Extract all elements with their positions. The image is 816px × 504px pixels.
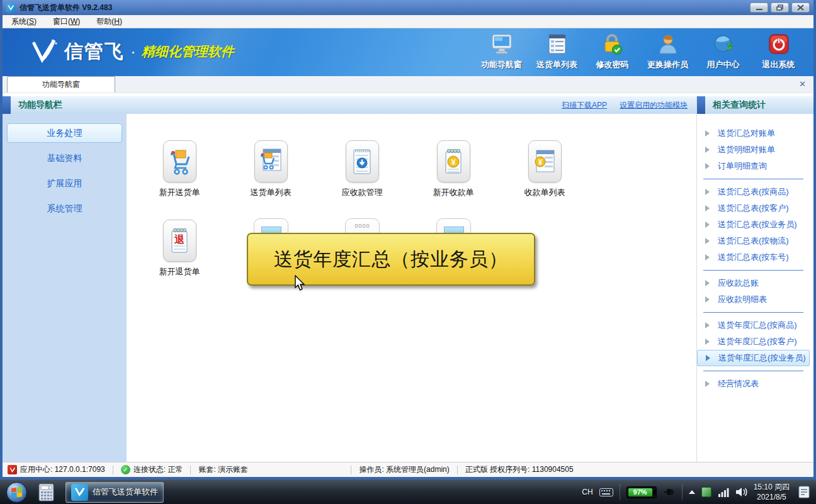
sidebar-item-basic-data[interactable]: 基础资料 (7, 148, 122, 168)
new-delivery-note-button[interactable]: 新开送货单 (142, 140, 217, 198)
query-item[interactable]: 送货汇总表(按商品) (697, 184, 810, 200)
receipt-new-icon: ¥ (437, 140, 470, 182)
brand-name: 信管飞 (64, 39, 125, 65)
app-taskbar-button[interactable]: 信管飞送货单软件 (65, 482, 164, 503)
brand-logo: 信管飞 · 精细化管理软件 (30, 37, 234, 66)
query-item[interactable]: 应收款总账 (697, 275, 810, 291)
restore-button[interactable] (771, 3, 789, 13)
receipt-list-button[interactable]: ¥ 收款单列表 (507, 140, 582, 198)
app-window: 信管飞送货单软件 V9.2.483 系统(S) 窗口(W) 帮助(H) 信管飞 … (0, 0, 816, 479)
sidebar-item-system[interactable]: 系统管理 (7, 199, 122, 218)
toolbar-nav-window-button[interactable]: 功能导航窗 (477, 33, 526, 70)
status-connection: ✓ 连接状态: 正常 (121, 464, 183, 475)
close-button[interactable] (791, 3, 810, 13)
query-item[interactable]: 送货汇总表(按客户) (697, 200, 810, 216)
triangle-bullet-icon (705, 163, 710, 169)
app-taskbar-label: 信管飞送货单软件 (93, 486, 158, 498)
receivables-management-button[interactable]: 应收款管理 (324, 140, 400, 198)
close-tab-icon[interactable]: ✕ (799, 79, 806, 89)
triangle-bullet-icon (705, 254, 710, 260)
toolbar-change-operator-button[interactable]: 更换操作员 (643, 33, 693, 70)
toolbar-change-password-button[interactable]: 修改密码 (587, 33, 637, 70)
system-tray: CH 97% 15:10 周四 2021/8/5 (582, 482, 816, 502)
minimize-button[interactable] (750, 3, 768, 13)
status-bar: 应用中心: 127.0.0.1:7093 ✓ 连接状态: 正常 账套: 演示账套… (3, 462, 813, 477)
ime-indicator[interactable]: CH (582, 488, 592, 496)
os-taskbar: 0 信管飞送货单软件 CH 97% (0, 479, 816, 504)
divider (682, 484, 683, 500)
svg-text:0: 0 (48, 486, 50, 490)
tab-nav-window[interactable]: 功能导航窗 (7, 76, 115, 92)
triangle-bullet-icon (705, 296, 710, 303)
module-settings-link[interactable]: 设置启用的功能模块 (620, 100, 688, 111)
banner: 信管飞 · 精细化管理软件 功能导航窗 (3, 28, 813, 76)
status-license: 正式版 授权序列号: 1130904505 (465, 464, 574, 475)
query-item[interactable]: 送货汇总表(按业务员) (697, 216, 810, 233)
query-item[interactable]: 送货汇总表(按车号) (697, 249, 810, 266)
svg-text:¥: ¥ (451, 157, 456, 167)
header-accent (3, 96, 11, 114)
content-area: 功能导航栏 扫描下载APP 设置启用的功能模块 业务处理 基础资料 扩展应用 系… (3, 96, 813, 462)
keyboard-icon[interactable] (599, 488, 613, 496)
query-item[interactable]: 送货汇总对账单 (697, 125, 810, 142)
brand-swoosh-icon (30, 37, 58, 66)
power-plug-icon[interactable] (663, 487, 676, 497)
query-item[interactable]: 订单明细查询 (697, 158, 810, 174)
query-item[interactable]: 应收款明细表 (697, 291, 810, 308)
query-item-selected[interactable]: 送货年度汇总(按业务员) (697, 350, 810, 366)
start-button[interactable] (6, 482, 27, 503)
toolbar-exit-button[interactable]: 退出系统 (754, 33, 803, 70)
tray-expand-icon[interactable] (689, 490, 695, 494)
receivable-icon (346, 140, 379, 182)
banner-toolbar: 功能导航窗 送货单列表 (477, 33, 803, 70)
menu-system[interactable]: 系统(S) (11, 16, 37, 27)
app-logo-icon (8, 465, 17, 474)
calculator-taskbar-button[interactable]: 0 (33, 482, 59, 503)
triangle-bullet-icon (705, 280, 710, 286)
speaker-icon[interactable] (735, 487, 747, 497)
menu-help[interactable]: 帮助(H) (96, 16, 122, 27)
query-panel: 相关查询统计 送货汇总对账单 送货明细对账单 订单明细查询 送货汇总表(按商品)… (696, 96, 813, 462)
sidebar-item-extensions[interactable]: 扩展应用 (7, 174, 122, 193)
query-item[interactable]: 经营情况表 (697, 376, 810, 392)
new-return-note-button[interactable]: 退 新开退货单 (142, 220, 217, 277)
divider (351, 466, 351, 474)
triangle-bullet-icon (705, 339, 710, 345)
new-receipt-button[interactable]: ¥ 新开收款单 (416, 140, 491, 198)
delivery-note-list-button[interactable]: 送货单列表 (233, 140, 309, 198)
download-app-link[interactable]: 扫描下载APP (562, 100, 607, 111)
operator-icon (657, 33, 679, 57)
windows-flag-icon (11, 487, 22, 497)
clock[interactable]: 15:10 周四 2021/8/5 (754, 482, 790, 502)
header-accent (697, 96, 705, 114)
triangle-bullet-icon (705, 205, 710, 211)
app-logo-icon (71, 484, 88, 501)
battery-icon[interactable]: 97% (626, 486, 657, 498)
sidebar-item-business[interactable]: 业务处理 (7, 123, 122, 143)
network-signal-icon[interactable] (718, 488, 729, 497)
divider (113, 466, 113, 474)
divider (703, 312, 803, 313)
divider (703, 179, 803, 179)
calculator-icon: 0 (38, 483, 54, 501)
menu-window[interactable]: 窗口(W) (53, 16, 80, 27)
nav-header: 功能导航栏 扫描下载APP 设置启用的功能模块 (3, 96, 696, 114)
tray-app-icon[interactable] (701, 487, 711, 497)
svg-text:¥: ¥ (538, 158, 543, 167)
clock-time: 15:10 周四 (754, 483, 790, 491)
toolbar-delivery-list-button[interactable]: 送货单列表 (532, 33, 582, 70)
query-item[interactable]: 送货年度汇总(按客户) (697, 333, 810, 350)
query-list: 送货汇总对账单 送货明细对账单 订单明细查询 送货汇总表(按商品) 送货汇总表(… (697, 114, 813, 462)
main-panel: 新开送货单 (127, 114, 696, 462)
triangle-bullet-icon (705, 322, 710, 328)
status-account-set: 账套: 演示账套 (198, 464, 343, 475)
query-item[interactable]: 送货年度汇总(按商品) (697, 317, 810, 333)
query-item[interactable]: 送货明细对账单 (697, 142, 810, 158)
notification-icon[interactable] (796, 484, 812, 500)
triangle-bullet-icon (705, 130, 710, 137)
toolbar-user-center-button[interactable]: 用户中心 (698, 33, 748, 70)
app-logo-icon (6, 3, 16, 13)
query-item[interactable]: 送货汇总表(按物流) (697, 233, 810, 249)
divider (457, 466, 458, 474)
triangle-bullet-icon (705, 381, 710, 387)
